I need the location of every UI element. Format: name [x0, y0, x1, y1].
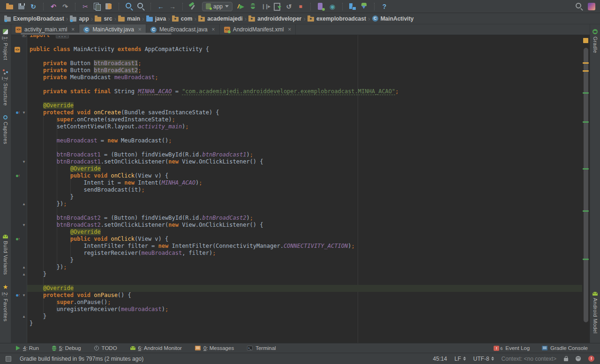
breadcrumb-item[interactable]: src	[93, 15, 113, 22]
toolwindow-gradle-console[interactable]: Gradle Console	[542, 345, 588, 351]
paste-icon[interactable]	[104, 1, 114, 12]
gradle-sync-icon[interactable]: ◉	[327, 1, 338, 12]
toolwindow-button-gradle[interactable]: Gradle	[592, 29, 598, 53]
open-file-icon[interactable]	[5, 1, 15, 12]
toolwindow-button-android-model[interactable]: Android Model	[592, 292, 598, 334]
toolwindow-android-monitor[interactable]: 6: Android Monitor	[130, 345, 182, 351]
rerun-icon[interactable]: ↺	[284, 1, 294, 12]
code-line	[11, 130, 590, 137]
toolbar-separator	[119, 3, 119, 10]
toolwindow-button-favorites[interactable]: ★2: Favorites	[3, 284, 8, 321]
undo-icon[interactable]: ↶	[48, 1, 59, 12]
tab-AndroidManifest.xml[interactable]: <>AndroidManifest.xml×	[220, 24, 296, 35]
related-xml-icon[interactable]: <>	[15, 47, 20, 52]
vertical-scrollbar[interactable]	[584, 48, 588, 322]
fold-marker[interactable]: ▾	[21, 158, 27, 165]
toolwindow-debug[interactable]: 5: Debug	[52, 345, 81, 351]
encoding-widget[interactable]: UTF-8	[473, 356, 494, 362]
toolwindow-todo[interactable]: TODO	[94, 345, 117, 351]
editor[interactable]: +import ...<>public class MainActivity e…	[11, 35, 590, 343]
lock-icon[interactable]	[564, 358, 568, 361]
synchronize-icon[interactable]: ↻	[28, 1, 38, 12]
fold-marker[interactable]: ▾	[21, 109, 27, 116]
toolwindow-messages[interactable]: 0: Messages	[195, 345, 234, 351]
back-icon[interactable]: ←	[156, 1, 166, 12]
code-text	[27, 95, 590, 102]
search-everywhere-icon[interactable]	[574, 1, 584, 12]
breadcrumb-item[interactable]: ExemploBroadcast	[3, 15, 66, 22]
toolwindow-button-build-variants[interactable]: Build Variants	[3, 235, 8, 275]
code-line: meuBroadcast = new MeuBroadcast();	[11, 137, 590, 144]
close-icon[interactable]: ×	[212, 26, 215, 33]
toolwindow-button-captures[interactable]: Captures	[3, 115, 8, 144]
breadcrumb-item[interactable]: main	[117, 15, 142, 22]
attach-debugger-icon[interactable]	[272, 1, 282, 12]
gutter-icon-cell	[11, 285, 21, 292]
fold-marker	[21, 257, 27, 264]
avd-manager-icon[interactable]	[315, 1, 326, 12]
fold-marker[interactable]: ▾	[21, 292, 27, 299]
horizontal-scrollbar[interactable]	[21, 33, 172, 35]
breadcrumb-item[interactable]: androiddveloper	[247, 15, 303, 22]
close-icon[interactable]: ×	[288, 26, 291, 33]
close-icon[interactable]: ×	[71, 26, 75, 33]
code-line: ↑▾ protected void onPause() {	[11, 292, 590, 299]
fold-marker[interactable]: ▴	[21, 313, 27, 320]
error-stripe-mark[interactable]	[583, 210, 589, 212]
fold-marker[interactable]: ▴	[21, 201, 27, 208]
sdk-manager-icon[interactable]	[359, 1, 369, 12]
stop-icon[interactable]: ■	[295, 1, 306, 12]
replace-icon[interactable]	[135, 1, 146, 12]
fold-marker[interactable]: ▾	[21, 222, 27, 229]
breadcrumb-item[interactable]: academiajedi	[197, 15, 244, 22]
toolwindow-run[interactable]: 4: Run	[16, 345, 39, 351]
run-with-coverage-icon[interactable]: ❙❙▸	[260, 1, 270, 12]
run-icon[interactable]: ▶	[237, 1, 247, 12]
hector-inspector-icon[interactable]	[576, 356, 581, 361]
code-text: import ...	[27, 35, 590, 39]
gutter-icon-cell: <>	[11, 46, 21, 53]
inspection-status-indicator[interactable]	[583, 38, 588, 43]
error-stripe-mark[interactable]	[583, 62, 589, 64]
find-icon[interactable]	[124, 1, 134, 12]
toolwindow-terminal[interactable]: Terminal	[247, 345, 276, 351]
toolwindow-event-log[interactable]: !6Event Log	[494, 345, 530, 351]
caret-position-widget[interactable]: 45:14	[433, 356, 447, 362]
fold-marker[interactable]: +	[21, 35, 27, 39]
help-icon[interactable]: ?	[379, 1, 390, 12]
code-line	[11, 95, 590, 102]
redo-icon[interactable]: ↷	[60, 1, 70, 12]
fold-marker[interactable]: ▴	[21, 264, 27, 271]
msgs-icon	[195, 346, 201, 350]
make-project-icon[interactable]	[188, 1, 198, 12]
line-separator-widget[interactable]: LF	[455, 356, 466, 362]
close-icon[interactable]: ×	[138, 26, 142, 33]
breadcrumb-item[interactable]: CMainActivity	[371, 15, 415, 22]
project-structure-icon[interactable]	[347, 1, 358, 12]
context-widget[interactable]: Context: <no context>	[502, 356, 556, 362]
avatar-icon[interactable]	[588, 3, 595, 10]
copy-icon[interactable]	[92, 1, 102, 12]
error-stripe-mark[interactable]	[583, 92, 589, 94]
cut-icon[interactable]: ✂	[80, 1, 90, 12]
error-stripe-mark[interactable]	[583, 121, 589, 123]
toolwindow-button-structure[interactable]: 7: Structure	[3, 69, 8, 106]
breadcrumb-item[interactable]: exemplobroadcast	[306, 15, 368, 22]
save-all-icon[interactable]	[16, 1, 27, 12]
breadcrumb-item[interactable]: app	[68, 15, 90, 22]
debug-icon[interactable]	[248, 1, 259, 12]
run-config-select[interactable]: app	[202, 2, 232, 11]
forward-icon[interactable]: →	[167, 1, 178, 12]
breadcrumb-item[interactable]: com	[171, 15, 194, 22]
error-indicator-icon[interactable]: !	[588, 356, 594, 362]
fold-marker	[21, 46, 27, 53]
toolwindow-button-project[interactable]: 1: Project	[3, 29, 8, 60]
expand-fold-icon[interactable]: +	[22, 35, 26, 37]
error-stripe-mark[interactable]	[583, 70, 589, 72]
toolwindow-toggle-icon[interactable]	[6, 356, 11, 362]
code-text	[27, 208, 590, 215]
breadcrumb-item[interactable]: java	[145, 15, 167, 22]
fold-marker[interactable]: ▴	[21, 271, 27, 278]
error-stripe-mark[interactable]	[583, 168, 589, 170]
error-stripe-mark[interactable]	[583, 259, 589, 260]
